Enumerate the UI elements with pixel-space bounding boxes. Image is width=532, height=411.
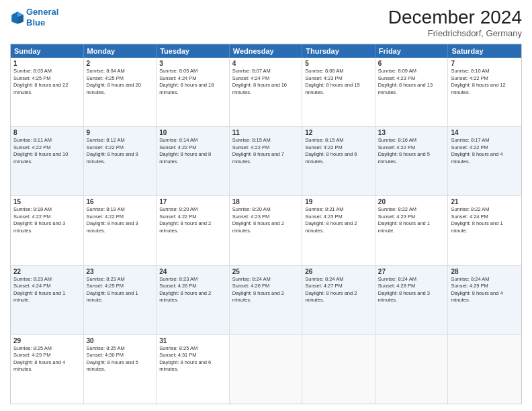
- daylight-label: Daylight: 8 hours and 18 minutes.: [159, 82, 214, 95]
- daylight-label: Daylight: 8 hours and 2 minutes.: [305, 290, 357, 304]
- daylight-label: Daylight: 8 hours and 12 minutes.: [451, 82, 505, 95]
- day-cell-10: 10 Sunrise: 8:14 AM Sunset: 4:22 PM Dayl…: [157, 127, 230, 195]
- day-info: Sunrise: 8:15 AM Sunset: 4:22 PM Dayligh…: [305, 137, 372, 165]
- calendar: Sunday Monday Tuesday Wednesday Thursday…: [10, 44, 522, 404]
- day-info: Sunrise: 8:20 AM Sunset: 4:23 PM Dayligh…: [232, 206, 300, 234]
- sunset-label: Sunset: 4:22 PM: [451, 144, 488, 150]
- daylight-label: Daylight: 8 hours and 1 minute.: [13, 290, 65, 304]
- day-number: 7: [451, 60, 519, 67]
- day-number: 21: [451, 198, 519, 205]
- sunset-label: Sunset: 4:26 PM: [159, 283, 196, 289]
- header-sunday: Sunday: [11, 44, 84, 58]
- sunset-label: Sunset: 4:22 PM: [87, 144, 124, 150]
- day-number: 1: [13, 60, 81, 67]
- day-number: 30: [87, 337, 154, 345]
- sunset-label: Sunset: 4:22 PM: [378, 144, 415, 150]
- daylight-label: Daylight: 8 hours and 7 minutes.: [232, 151, 284, 165]
- sunset-label: Sunset: 4:22 PM: [13, 214, 50, 220]
- day-cell-24: 24 Sunrise: 8:23 AM Sunset: 4:26 PM Dayl…: [157, 266, 230, 334]
- day-number: 27: [378, 268, 445, 275]
- day-info: Sunrise: 8:25 AM Sunset: 4:29 PM Dayligh…: [13, 345, 81, 373]
- sunset-label: Sunset: 4:22 PM: [159, 144, 196, 150]
- sunset-label: Sunset: 4:24 PM: [232, 75, 269, 81]
- daylight-label: Daylight: 8 hours and 2 minutes.: [305, 220, 357, 234]
- day-number: 10: [159, 129, 226, 136]
- day-number: 4: [232, 60, 300, 67]
- sunrise-label: Sunrise: 8:25 AM: [13, 345, 52, 351]
- daylight-label: Daylight: 8 hours and 1 minute.: [87, 290, 138, 304]
- logo-icon: [10, 10, 25, 25]
- empty-cell-w4-3: [230, 335, 303, 404]
- day-number: 25: [232, 268, 300, 275]
- day-info: Sunrise: 8:24 AM Sunset: 4:26 PM Dayligh…: [232, 276, 300, 304]
- day-number: 8: [13, 129, 81, 136]
- empty-cell-w4-5: [375, 335, 449, 404]
- day-info: Sunrise: 8:16 AM Sunset: 4:22 PM Dayligh…: [378, 137, 445, 165]
- day-number: 19: [305, 198, 372, 205]
- sunrise-label: Sunrise: 8:24 AM: [378, 276, 416, 282]
- sunrise-label: Sunrise: 8:15 AM: [305, 137, 343, 143]
- day-cell-26: 26 Sunrise: 8:24 AM Sunset: 4:27 PM Dayl…: [302, 266, 375, 334]
- sunset-label: Sunset: 4:24 PM: [451, 214, 488, 220]
- day-info: Sunrise: 8:07 AM Sunset: 4:24 PM Dayligh…: [232, 68, 300, 96]
- sunrise-label: Sunrise: 8:24 AM: [305, 276, 343, 282]
- daylight-label: Daylight: 8 hours and 3 minutes.: [378, 290, 430, 304]
- day-number: 5: [305, 60, 372, 67]
- day-cell-27: 27 Sunrise: 8:24 AM Sunset: 4:28 PM Dayl…: [375, 266, 449, 334]
- sunrise-label: Sunrise: 8:20 AM: [232, 206, 271, 212]
- day-info: Sunrise: 8:23 AM Sunset: 4:26 PM Dayligh…: [159, 276, 226, 304]
- daylight-label: Daylight: 8 hours and 6 minutes.: [305, 151, 357, 165]
- sunrise-label: Sunrise: 8:09 AM: [378, 68, 416, 74]
- sunrise-label: Sunrise: 8:18 AM: [13, 206, 52, 212]
- sunrise-label: Sunrise: 8:22 AM: [378, 206, 416, 212]
- day-number: 24: [159, 268, 226, 275]
- day-number: 11: [232, 129, 300, 136]
- day-cell-9: 9 Sunrise: 8:12 AM Sunset: 4:22 PM Dayli…: [84, 127, 157, 195]
- day-cell-6: 6 Sunrise: 8:09 AM Sunset: 4:23 PM Dayli…: [375, 58, 449, 126]
- day-cell-28: 28 Sunrise: 8:24 AM Sunset: 4:29 PM Dayl…: [448, 266, 521, 334]
- sunset-label: Sunset: 4:30 PM: [87, 352, 124, 358]
- header-monday: Monday: [84, 44, 157, 58]
- daylight-label: Daylight: 8 hours and 1 minute.: [378, 220, 430, 234]
- day-number: 9: [87, 129, 154, 136]
- daylight-label: Daylight: 8 hours and 3 minutes.: [87, 220, 138, 234]
- day-info: Sunrise: 8:24 AM Sunset: 4:28 PM Dayligh…: [378, 276, 445, 304]
- sunset-label: Sunset: 4:22 PM: [305, 144, 342, 150]
- day-cell-19: 19 Sunrise: 8:21 AM Sunset: 4:23 PM Dayl…: [302, 196, 375, 265]
- day-info: Sunrise: 8:23 AM Sunset: 4:25 PM Dayligh…: [87, 276, 154, 304]
- title-block: December 2024 Friedrichsdorf, Germany: [388, 7, 522, 38]
- day-cell-15: 15 Sunrise: 8:18 AM Sunset: 4:22 PM Dayl…: [11, 196, 84, 265]
- day-cell-20: 20 Sunrise: 8:22 AM Sunset: 4:23 PM Dayl…: [375, 196, 449, 265]
- location: Friedrichsdorf, Germany: [388, 28, 522, 38]
- day-info: Sunrise: 8:17 AM Sunset: 4:22 PM Dayligh…: [451, 137, 519, 165]
- day-number: 13: [378, 129, 445, 136]
- header-wednesday: Wednesday: [230, 44, 303, 58]
- day-info: Sunrise: 8:18 AM Sunset: 4:22 PM Dayligh…: [13, 206, 81, 234]
- day-cell-17: 17 Sunrise: 8:20 AM Sunset: 4:22 PM Dayl…: [157, 196, 230, 265]
- header: General Blue December 2024 Friedrichsdor…: [10, 7, 522, 38]
- day-cell-25: 25 Sunrise: 8:24 AM Sunset: 4:26 PM Dayl…: [230, 266, 303, 334]
- day-info: Sunrise: 8:05 AM Sunset: 4:24 PM Dayligh…: [159, 68, 226, 96]
- day-cell-31: 31 Sunrise: 8:25 AM Sunset: 4:31 PM Dayl…: [157, 335, 230, 404]
- day-cell-2: 2 Sunrise: 8:04 AM Sunset: 4:25 PM Dayli…: [84, 58, 157, 126]
- day-info: Sunrise: 8:14 AM Sunset: 4:22 PM Dayligh…: [159, 137, 226, 165]
- day-info: Sunrise: 8:03 AM Sunset: 4:25 PM Dayligh…: [13, 68, 81, 96]
- day-info: Sunrise: 8:22 AM Sunset: 4:24 PM Dayligh…: [451, 206, 519, 234]
- day-number: 2: [87, 60, 154, 67]
- sunset-label: Sunset: 4:25 PM: [87, 75, 124, 81]
- day-info: Sunrise: 8:24 AM Sunset: 4:29 PM Dayligh…: [451, 276, 519, 304]
- sunrise-label: Sunrise: 8:15 AM: [232, 137, 271, 143]
- month-title: December 2024: [388, 7, 522, 28]
- page: General Blue December 2024 Friedrichsdor…: [0, 0, 532, 411]
- sunrise-label: Sunrise: 8:08 AM: [305, 68, 343, 74]
- day-info: Sunrise: 8:12 AM Sunset: 4:22 PM Dayligh…: [87, 137, 154, 165]
- sunset-label: Sunset: 4:26 PM: [232, 283, 269, 289]
- sunrise-label: Sunrise: 8:24 AM: [451, 276, 489, 282]
- daylight-label: Daylight: 8 hours and 9 minutes.: [87, 151, 138, 165]
- day-cell-16: 16 Sunrise: 8:19 AM Sunset: 4:22 PM Dayl…: [84, 196, 157, 265]
- daylight-label: Daylight: 8 hours and 2 minutes.: [159, 290, 211, 304]
- day-number: 3: [159, 60, 226, 67]
- day-cell-21: 21 Sunrise: 8:22 AM Sunset: 4:24 PM Dayl…: [448, 196, 521, 265]
- daylight-label: Daylight: 8 hours and 4 minutes.: [13, 359, 65, 373]
- sunrise-label: Sunrise: 8:19 AM: [87, 206, 125, 212]
